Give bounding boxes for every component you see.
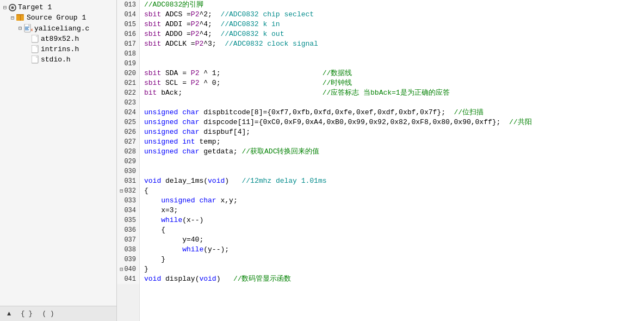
- code-line-037[interactable]: y=40;: [140, 235, 644, 245]
- bottom-tab-1[interactable]: ▲: [2, 308, 16, 319]
- expand-icon-target1[interactable]: ⊟: [2, 4, 8, 11]
- expand-icon-yaliceliang[interactable]: ⊟: [17, 25, 23, 32]
- plain-015a: ADDI =: [161, 20, 191, 28]
- plain-016a: ADDO =: [161, 30, 191, 38]
- comment-025: //共阳: [509, 118, 532, 126]
- bottom-bar: ▲ { } ( ): [0, 306, 116, 321]
- tree-item-yaliceliang[interactable]: ⊟ c yaliceliang.c: [0, 23, 116, 34]
- code-editor: 013 014 015 016 017 018 019 020 021 022 …: [117, 0, 644, 321]
- code-line-035[interactable]: while(x--): [140, 215, 644, 225]
- expand-icon-sg1[interactable]: ⊟: [10, 15, 15, 21]
- kw-char-028: char: [182, 147, 199, 156]
- code-line-019[interactable]: [140, 59, 644, 69]
- bottom-tab-3[interactable]: ( ): [38, 308, 59, 319]
- ln-019: 019: [117, 59, 139, 69]
- code-line-016[interactable]: sbit ADDO =P2^4; //ADC0832 k out: [140, 29, 644, 39]
- svg-rect-5: [25, 27, 29, 28]
- code-line-025[interactable]: unsigned char dispcode[11]={0xC0,0xF9,0x…: [140, 118, 644, 127]
- plain-014a: ADCS =: [161, 10, 191, 18]
- plain-021b: ^ 0;: [199, 79, 322, 87]
- bottom-tab-2[interactable]: { }: [16, 308, 38, 319]
- code-line-036[interactable]: {: [140, 225, 644, 235]
- code-line-023[interactable]: [140, 98, 644, 108]
- code-content[interactable]: 013 014 015 016 017 018 019 020 021 022 …: [117, 0, 644, 321]
- tree-item-source-group1[interactable]: ⊟ Source Group 1: [0, 13, 116, 23]
- code-line-038[interactable]: while(y--);: [140, 245, 644, 255]
- plain-041b: ): [216, 275, 233, 283]
- ln-016: 016: [117, 29, 139, 39]
- yaliceliang-label: yaliceliang.c: [34, 24, 89, 33]
- plain-028b: getdata;: [199, 147, 242, 156]
- code-line-026[interactable]: unsigned char dispbuf[4];: [140, 127, 644, 137]
- svg-rect-9: [32, 35, 38, 42]
- ln-029: 029: [117, 157, 139, 166]
- comment-031: //12mhz delay 1.01ms: [242, 177, 326, 185]
- plain-020b: ^ 1;: [199, 69, 322, 77]
- code-line-028[interactable]: unsigned char getdata; //获取ADC转换回来的值: [140, 147, 644, 157]
- reg-017: P2: [195, 40, 204, 48]
- tree-item-target1[interactable]: ⊟ Target 1: [0, 2, 116, 13]
- code-line-033[interactable]: unsigned char x,y;: [140, 196, 644, 206]
- kw-void2-031: void: [208, 177, 225, 185]
- reg-014: P2: [191, 10, 200, 18]
- code-line-041[interactable]: void display(void) //数码管显示函数: [140, 274, 644, 284]
- ln-017: 017: [117, 39, 139, 49]
- ln-039: 039: [117, 255, 139, 264]
- code-line-034[interactable]: x=3;: [140, 206, 644, 215]
- code-line-017[interactable]: sbit ADCLK =P2^3; //ADC0832 clock signal: [140, 39, 644, 49]
- code-line-020[interactable]: sbit SDA = P2 ^ 1; //数据线: [140, 69, 644, 78]
- fold-icon-032[interactable]: ⊟: [120, 188, 123, 194]
- kw-sbit-021: sbit: [144, 79, 161, 87]
- code-line-027[interactable]: unsigned int temp;: [140, 137, 644, 147]
- ln-038: 038: [117, 245, 139, 255]
- tree-item-intrins[interactable]: ▸ intrins.h: [0, 44, 116, 54]
- comment-015: //ADC0832 k in: [220, 20, 280, 28]
- tree-item-stdio[interactable]: ▸ stdio.h: [0, 54, 116, 65]
- plain-026b: dispbuf[4];: [199, 128, 250, 136]
- code-line-013[interactable]: //ADC0832的引脚: [140, 0, 644, 10]
- kw-char-026: char: [182, 128, 199, 136]
- code-line-018[interactable]: [140, 49, 644, 59]
- plain-033c: x,y;: [216, 196, 238, 205]
- plain-041a: display(: [161, 275, 199, 283]
- code-line-015[interactable]: sbit ADDI =P2^4; //ADC0832 k in: [140, 20, 644, 29]
- code-line-039[interactable]: }: [140, 255, 644, 264]
- plain-024b: dispbitcode[8]={0xf7,0xfb,0xfd,0xfe,0xef…: [199, 108, 454, 116]
- comment-021: //时钟线: [323, 79, 352, 87]
- code-line-014[interactable]: sbit ADCS =P2^2; //ADC0832 chip seclect: [140, 10, 644, 20]
- kw-unsigned-028: unsigned: [144, 147, 178, 156]
- ln-032: ⊟032: [117, 186, 139, 196]
- plain-015b: ^4;: [199, 20, 220, 28]
- file-tree: ⊟ Target 1 ⊟ Source Group 1 ⊟ c: [0, 0, 117, 321]
- kw-sbit-017: sbit: [144, 40, 161, 48]
- reg-016: P2: [191, 30, 200, 38]
- fold-icon-040[interactable]: ⊟: [120, 266, 123, 273]
- svg-rect-6: [25, 28, 28, 29]
- code-line-024[interactable]: unsigned char dispbitcode[8]={0xf7,0xfb,…: [140, 108, 644, 118]
- code-line-030[interactable]: [140, 166, 644, 176]
- line-numbers: 013 014 015 016 017 018 019 020 021 022 …: [117, 0, 140, 321]
- intrins-label: intrins.h: [41, 45, 79, 53]
- plain-027b: temp;: [195, 138, 221, 146]
- kw-void2-041: void: [199, 275, 216, 283]
- plain-017a: ADCLK =: [161, 40, 195, 48]
- code-line-040[interactable]: }: [140, 264, 644, 274]
- ln-034: 034: [117, 206, 139, 215]
- target1-label: Target 1: [18, 3, 52, 11]
- plain-035a: [144, 216, 161, 224]
- stdio-label: stdio.h: [41, 55, 71, 64]
- svg-text:c: c: [31, 28, 33, 32]
- code-line-031[interactable]: void delay_1ms(void) //12mhz delay 1.01m…: [140, 176, 644, 186]
- code-line-032[interactable]: {: [140, 186, 644, 196]
- code-line-021[interactable]: sbit SCL = P2 ^ 0; //时钟线: [140, 78, 644, 88]
- code-line-022[interactable]: bit bAck; //应答标志 当bbAck=1是为正确的应答: [140, 88, 644, 98]
- kw-char-033: char: [199, 196, 216, 205]
- plain-033a: [144, 196, 161, 205]
- ln-041: 041: [117, 274, 139, 284]
- tree-item-at89x52[interactable]: ▸ at89x52.h: [0, 34, 116, 44]
- code-area[interactable]: //ADC0832的引脚 sbit ADCS =P2^2; //ADC0832 …: [140, 0, 644, 321]
- ln-014: 014: [117, 10, 139, 20]
- code-line-029[interactable]: [140, 157, 644, 166]
- target-icon: [9, 4, 16, 11]
- plain-017b: ^3;: [203, 40, 225, 48]
